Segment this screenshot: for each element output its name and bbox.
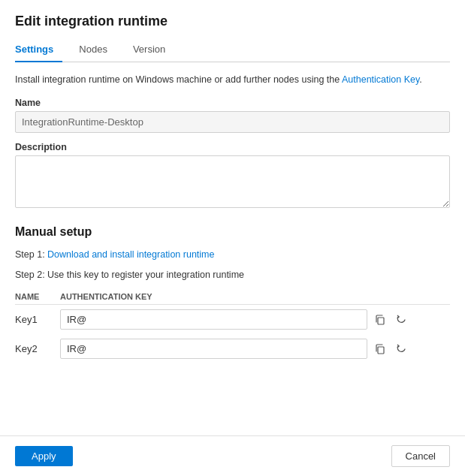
tab-nodes[interactable]: Nodes [77, 39, 116, 62]
key-input-1[interactable] [60, 309, 367, 330]
step1-prefix: Step 1: [15, 249, 47, 260]
info-text-part1: Install integration runtime on Windows m… [15, 74, 342, 85]
name-label: Name [15, 98, 450, 108]
refresh-button-key1[interactable] [393, 312, 409, 328]
name-input[interactable] [15, 111, 450, 133]
key-input-2[interactable] [60, 339, 367, 359]
description-label: Description [15, 142, 450, 152]
description-field-group: Description [15, 142, 450, 210]
info-text-part2: . [419, 74, 421, 85]
svg-rect-1 [378, 347, 384, 354]
key-name-2: Key2 [15, 334, 60, 363]
cancel-button[interactable]: Cancel [391, 445, 450, 467]
col-header-auth: AUTHENTICATION KEY [60, 289, 412, 305]
refresh-button-key2[interactable] [393, 341, 409, 357]
manual-setup-title: Manual setup [15, 225, 450, 239]
footer-bar: Apply Cancel [0, 435, 465, 476]
table-row: Key1 [15, 305, 450, 335]
tab-version[interactable]: Version [131, 39, 174, 62]
step2-text: Step 2: Use this key to register your in… [15, 268, 450, 282]
copy-button-key1[interactable] [372, 312, 388, 328]
col-header-name: NAME [15, 289, 60, 305]
copy-button-key2[interactable] [372, 341, 388, 357]
step2-body: Use this key to register your integratio… [47, 270, 244, 280]
table-row: Key2 [15, 334, 450, 363]
key-input-cell-2 [60, 334, 412, 363]
name-field-group: Name [15, 98, 450, 133]
key-input-cell-1 [60, 305, 412, 335]
step1-text: Step 1: Download and install integration… [15, 248, 450, 262]
info-text: Install integration runtime on Windows m… [15, 73, 450, 87]
key-name-1: Key1 [15, 305, 60, 335]
description-textarea[interactable] [15, 155, 450, 208]
apply-button[interactable]: Apply [15, 446, 73, 466]
page-title: Edit integration runtime [15, 14, 450, 29]
tabs-bar: Settings Nodes Version [15, 38, 450, 62]
download-link[interactable]: Download and install integration runtime [47, 249, 214, 260]
svg-rect-0 [378, 318, 384, 324]
tab-settings[interactable]: Settings [15, 39, 62, 62]
keys-table: NAME AUTHENTICATION KEY Key1 [15, 289, 450, 363]
auth-key-link[interactable]: Authentication Key [342, 74, 419, 85]
step2-prefix: Step 2: [15, 270, 47, 280]
